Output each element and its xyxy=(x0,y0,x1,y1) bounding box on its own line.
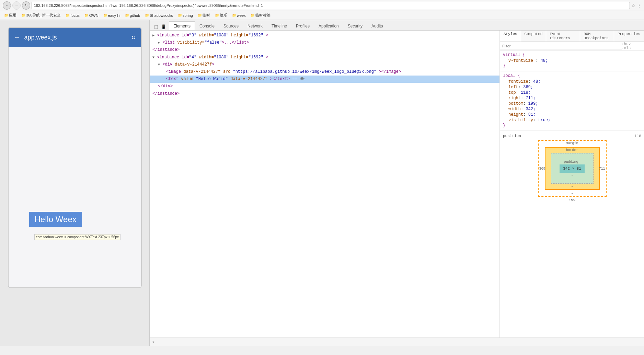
tab-profiles[interactable]: Profiles xyxy=(291,21,314,30)
mobile-refresh-icon[interactable]: ↻ xyxy=(131,34,136,41)
margin-left-value: 369 xyxy=(539,167,545,170)
tab-dom-breakpoints[interactable]: DOM Breakpoints xyxy=(580,31,614,42)
bookmark-github[interactable]: 📁 github xyxy=(124,13,141,18)
folder-icon: 📁 xyxy=(232,13,236,17)
margin-right-value: 711 xyxy=(599,167,605,170)
mobile-content-area: Hello Weex com.taobao.weex.ui.component.… xyxy=(9,47,141,287)
mobile-frame: ← app.weex.js ↻ Hello Weex com.taobao.we… xyxy=(8,27,142,288)
bookmark-shadowsocks[interactable]: 📁 Shadowsocks xyxy=(143,13,174,18)
console-prompt: > xyxy=(152,340,154,344)
address-bar[interactable] xyxy=(32,2,630,9)
style-rule: visibility: true; xyxy=(503,117,641,123)
border-label-bottom: - xyxy=(571,185,573,188)
border-label-top: border xyxy=(566,148,578,152)
elements-line[interactable]: ▶ <list visibility="false">...</list> xyxy=(150,39,499,46)
tab-audits[interactable]: Audits xyxy=(367,21,387,30)
tab-application[interactable]: Application xyxy=(314,21,343,30)
styles-panel: Styles Computed Event Listeners DOM Brea… xyxy=(500,31,644,337)
folder-icon: 📁 xyxy=(66,13,70,17)
bookmark-temp-tabs[interactable]: 📁 临时标签 xyxy=(249,12,272,19)
hello-weex-text: Hello Weex xyxy=(29,212,82,227)
box-model-section: position 118 margin - border - xyxy=(500,131,644,205)
elements-line[interactable]: ▼ <div data-v-2144427f> xyxy=(150,61,499,68)
margin-label-top: margin xyxy=(566,141,578,145)
bookmark-own[interactable]: 📁 OWN xyxy=(83,13,100,18)
bookmark-360[interactable]: 📁 360导航_新一代安全 xyxy=(20,12,62,19)
style-rule: bottom: 199; xyxy=(503,101,641,106)
box-content: 342 × 81 xyxy=(560,164,585,173)
mobile-back-button[interactable]: ← xyxy=(14,34,20,41)
margin-label-bottom: - xyxy=(571,192,573,195)
local-style-section: local { fontSize: 48; left: 369; top: 11… xyxy=(500,71,644,131)
elements-line-selected[interactable]: <text value="Hello World" data-v-2144427… xyxy=(150,76,499,83)
devtools-bottom-bar: > xyxy=(150,337,644,346)
folder-icon: 📁 xyxy=(84,13,89,17)
bookmark-entertainment[interactable]: 📁 娱乐 xyxy=(214,12,229,19)
elements-line[interactable]: </div> xyxy=(150,83,499,90)
device-mode-icon[interactable]: 📱 xyxy=(160,23,167,30)
elements-line[interactable]: ▶ <instance id="3" width="1080" height="… xyxy=(150,32,499,39)
style-rule: height: 81; xyxy=(503,112,641,117)
elements-line[interactable]: </instance> xyxy=(150,90,499,98)
folder-icon: 📁 xyxy=(251,13,255,17)
tab-security[interactable]: Security xyxy=(343,21,367,30)
position-label: position xyxy=(503,134,521,138)
devtools-tabs-bar: ⬚ 📱 Elements Console Sources Network Tim… xyxy=(150,20,644,31)
tab-properties[interactable]: Properties xyxy=(614,31,644,42)
styles-filter-input[interactable] xyxy=(500,43,622,49)
folder-icon: 📁 xyxy=(4,13,8,17)
padding-label-bottom: - xyxy=(571,173,573,177)
bookmark-apps[interactable]: 📁 应用 xyxy=(3,12,18,19)
bottom-value: 199 xyxy=(503,198,641,202)
forward-button[interactable]: → xyxy=(12,1,21,10)
devtools-panel: ⬚ 📱 Elements Console Sources Network Tim… xyxy=(149,20,644,346)
elements-line[interactable]: ▼ <instance id="4" width="1080" height="… xyxy=(150,54,499,61)
tab-computed[interactable]: Computed xyxy=(521,31,547,42)
folder-icon: 📁 xyxy=(215,13,219,17)
extensions-icon[interactable]: ⋮ xyxy=(637,3,641,8)
back-button[interactable]: ← xyxy=(3,1,11,10)
bookmark-weex[interactable]: 📁 weex xyxy=(231,13,247,18)
tab-elements[interactable]: Elements xyxy=(169,21,195,30)
tab-timeline[interactable]: Timeline xyxy=(267,21,291,30)
hover-cls-toggle[interactable]: :hov .cls xyxy=(622,42,643,50)
padding-label: padding- xyxy=(564,160,580,164)
style-rule: width: 342; xyxy=(503,106,641,112)
style-rule: v-fontSize : 48; xyxy=(503,58,641,64)
folder-icon: 📁 xyxy=(125,13,129,17)
styles-tabs-bar: Styles Computed Event Listeners DOM Brea… xyxy=(500,31,644,42)
bookmark-easy-hi[interactable]: 📁 easy-hi xyxy=(102,13,122,18)
navigation-bar: ← → ↻ ☆ ⋮ xyxy=(0,0,644,11)
tab-styles[interactable]: Styles xyxy=(500,31,521,42)
bookmarks-bar: 📁 应用 📁 360导航_新一代安全 📁 focus 📁 OWN 📁 easy-… xyxy=(0,11,644,20)
devtools-content-area: ▶ <instance id="3" width="1080" height="… xyxy=(150,31,644,337)
position-value: 118 xyxy=(634,134,641,138)
bookmark-temp[interactable]: 📁 临时 xyxy=(196,12,211,19)
style-rule: left: 369; xyxy=(503,84,641,90)
style-rule: right: 711; xyxy=(503,95,641,101)
elements-line[interactable]: </instance> xyxy=(150,46,499,54)
mobile-header: ← app.weex.js ↻ xyxy=(9,28,141,47)
bookmark-icon[interactable]: ☆ xyxy=(631,3,636,8)
style-rule: fontSize: 48; xyxy=(503,79,641,84)
bookmark-focus[interactable]: 📁 focus xyxy=(64,13,81,18)
bookmark-spring[interactable]: 📁 spring xyxy=(176,13,194,18)
element-tooltip: com.taobao.weex.ui.component.WXText 237p… xyxy=(34,234,121,240)
folder-icon: 📁 xyxy=(178,13,182,17)
mobile-app-title: app.weex.js xyxy=(24,34,127,41)
inspect-element-icon[interactable]: ⬚ xyxy=(152,23,159,30)
folder-icon: 📁 xyxy=(103,13,107,17)
folder-icon: 📁 xyxy=(145,13,149,17)
folder-icon: 📁 xyxy=(21,13,25,17)
tab-network[interactable]: Network xyxy=(243,21,267,30)
mobile-preview-panel: ← app.weex.js ↻ Hello Weex com.taobao.we… xyxy=(0,20,149,346)
style-rule: top: 118; xyxy=(503,90,641,95)
tab-console[interactable]: Console xyxy=(195,21,219,30)
virtual-style-section: virtual { v-fontSize : 48; } xyxy=(500,50,644,71)
reload-button[interactable]: ↻ xyxy=(22,1,30,10)
elements-panel[interactable]: ▶ <instance id="3" width="1080" height="… xyxy=(150,31,500,337)
folder-icon: 📁 xyxy=(198,13,202,17)
tab-sources[interactable]: Sources xyxy=(219,21,243,30)
tab-event-listeners[interactable]: Event Listeners xyxy=(546,31,580,42)
elements-line[interactable]: <image data-v-2144427f src="https://alib… xyxy=(150,68,499,76)
